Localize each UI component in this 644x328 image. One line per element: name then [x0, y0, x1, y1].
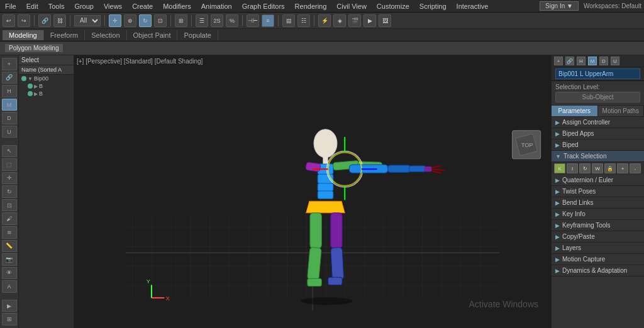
eye-left-icon[interactable]: 👁 [2, 267, 17, 280]
snap-icon[interactable]: ☰ [196, 14, 208, 27]
schematic-icon[interactable]: ⚡ [318, 14, 331, 27]
menu-rendering[interactable]: Rendering [292, 3, 330, 10]
object-title-box: Bip001 L UpperArm [555, 68, 640, 79]
rollout-dynamics[interactable]: ▶ Dynamics & Adaptation [552, 265, 644, 276]
tab-modeling[interactable]: Modeling [3, 30, 44, 40]
tree-item-bip[interactable]: ▼ Bip00 [19, 75, 74, 82]
tab-selection[interactable]: Selection [85, 30, 126, 40]
tab-freeform[interactable]: Freeform [44, 30, 86, 40]
render-setup-icon[interactable]: 🎬 [348, 14, 361, 27]
rollout-bend-links[interactable]: ▶ Bend Links [552, 197, 644, 209]
menu-animation[interactable]: Animation [199, 3, 235, 10]
morph-icon[interactable]: ≋ [2, 226, 17, 239]
tab-populate[interactable]: Populate [177, 30, 218, 40]
select-region-icon[interactable]: ⬚ [2, 158, 17, 171]
rollout-copy-paste[interactable]: ▶ Copy/Paste [552, 231, 644, 243]
motion-icon[interactable]: M [2, 99, 17, 111]
redo-icon[interactable]: ↪ [18, 14, 30, 27]
hierarchy-icon[interactable]: H [2, 85, 17, 97]
layer-mgr-icon[interactable]: ▤ [282, 14, 295, 27]
sub-object-button[interactable]: Sub-Object [555, 92, 640, 102]
rp-link-icon[interactable]: 🔗 [565, 57, 574, 65]
select-icon[interactable]: ✛ [109, 14, 121, 27]
rp-hierarchy-icon[interactable]: H [577, 57, 586, 65]
select-obj-icon[interactable]: ↖ [2, 145, 17, 158]
rotate-icon[interactable]: ↻ [139, 14, 152, 27]
rollout-assign-controller[interactable]: ▶ Assign Controller [552, 117, 644, 128]
menu-create[interactable]: Create [130, 3, 155, 10]
menu-tools[interactable]: Tools [46, 3, 67, 10]
move-icon[interactable]: ⊕ [124, 14, 136, 27]
rp-create-icon[interactable]: + [554, 57, 563, 65]
menu-civil-view[interactable]: Civil View [334, 3, 369, 10]
menu-graph-editors[interactable]: Graph Editors [240, 3, 287, 10]
rollout-quaternion[interactable]: ▶ Quaternion / Euler [552, 175, 644, 186]
rollout-twist-poses[interactable]: ▶ Twist Poses [552, 186, 644, 197]
expand-arrow-icon[interactable]: ▶ [2, 300, 17, 312]
align-icon[interactable]: ≡ [262, 14, 274, 27]
menu-views[interactable]: Views [101, 3, 125, 10]
paint-icon[interactable]: 🖌 [2, 212, 17, 225]
menu-group[interactable]: Group [72, 3, 96, 10]
tab-object-paint[interactable]: Object Paint [127, 30, 178, 40]
track-selection-tools: K I ↻ W 🔒 + - [552, 162, 644, 175]
move-left-icon[interactable]: ✛ [2, 172, 17, 185]
svg-point-37 [301, 297, 353, 305]
menu-edit[interactable]: Edit [24, 3, 41, 10]
rp-motion-icon[interactable]: M [588, 57, 597, 65]
create-tab-icon[interactable]: + [2, 58, 17, 70]
rollout-biped-apps[interactable]: ▶ Biped Apps [552, 128, 644, 139]
filter-dropdown[interactable]: All [74, 15, 101, 26]
tape-icon[interactable]: 📏 [2, 240, 17, 253]
menu-interactive[interactable]: Interactive [454, 3, 491, 10]
render-frame-icon[interactable]: 🖼 [379, 14, 391, 27]
tree-item-b1[interactable]: ▶ B [19, 82, 74, 90]
link-icon[interactable]: 🔗 [38, 14, 51, 27]
ts-lock-icon[interactable]: 🔒 [604, 163, 616, 173]
ts-inout-icon[interactable]: I [567, 163, 578, 173]
rollout-motion-capture[interactable]: ▶ Motion Capture [552, 254, 644, 265]
main-layout: + 🔗 H M D U ↖ ⬚ ✛ ↻ ⊡ 🖌 ≋ 📏 📷 👁 A ▶ ⊞ Se… [0, 55, 644, 328]
render-icon[interactable]: ▶ [364, 14, 376, 27]
scale-icon[interactable]: ⊡ [154, 14, 167, 27]
mat-editor-icon[interactable]: ◈ [333, 14, 346, 27]
rotate-left-icon[interactable]: ↻ [2, 185, 17, 198]
anim-layer-icon[interactable]: A [2, 280, 17, 293]
mirror-icon[interactable]: ⊣⊢ [247, 14, 259, 27]
undo-icon[interactable]: ↩ [3, 14, 15, 27]
menu-scripting[interactable]: Scripting [417, 3, 449, 10]
rollout-biped[interactable]: ▶ Biped [552, 139, 644, 151]
menu-file[interactable]: File [3, 3, 19, 10]
rollout-track-selection[interactable]: ▼ Track Selection [552, 151, 644, 162]
ts-cycle-icon[interactable]: ↻ [579, 163, 591, 173]
ts-minus-icon[interactable]: - [630, 163, 641, 173]
scale-left-icon[interactable]: ⊡ [2, 199, 17, 212]
expand2-icon[interactable]: ⊞ [2, 313, 17, 325]
motion-paths-tab[interactable]: Motion Paths [598, 106, 645, 116]
tree-item-b2[interactable]: ▶ B [19, 90, 74, 97]
rollout-keyframing-tools[interactable]: ▶ Keyframing Tools [552, 220, 644, 231]
scene-expl-icon[interactable]: ☷ [297, 14, 310, 27]
svg-line-25 [432, 171, 441, 173]
unlink-icon[interactable]: ⛓ [53, 14, 66, 27]
menu-customize[interactable]: Customize [374, 3, 412, 10]
display-icon[interactable]: D [2, 112, 17, 124]
camera-icon[interactable]: 📷 [2, 253, 17, 266]
parameters-tab[interactable]: Parameters [552, 106, 598, 116]
rollout-key-info[interactable]: ▶ Key Info [552, 209, 644, 220]
select-label: Select [19, 55, 74, 65]
snap2d-icon[interactable]: 2S [211, 14, 223, 27]
ts-plus-icon[interactable]: + [617, 163, 628, 173]
snap3d-icon[interactable]: % [226, 14, 238, 27]
rollout-layers[interactable]: ▶ Layers [552, 243, 644, 254]
link-tab-icon[interactable]: 🔗 [2, 72, 17, 84]
rp-utilities-icon[interactable]: U [611, 57, 619, 65]
viewport[interactable]: [+] [Perspective] [Standard] [Default Sh… [74, 55, 551, 328]
rp-display-icon[interactable]: D [599, 57, 608, 65]
ts-key-icon[interactable]: K [554, 163, 565, 173]
utilities-icon[interactable]: U [2, 126, 17, 138]
ts-weight-icon[interactable]: W [592, 163, 603, 173]
reference-icon[interactable]: ⊞ [175, 14, 187, 27]
sign-in-button[interactable]: Sign In ▼ [540, 1, 579, 11]
menu-modifiers[interactable]: Modifiers [160, 3, 194, 10]
